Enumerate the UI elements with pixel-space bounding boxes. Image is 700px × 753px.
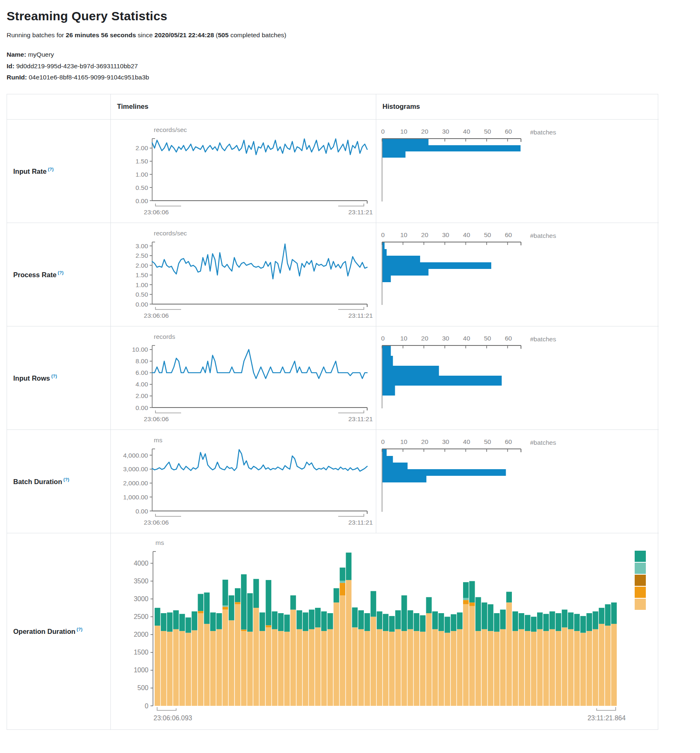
svg-text:0.50: 0.50: [136, 184, 148, 191]
svg-text:0.00: 0.00: [136, 197, 148, 204]
svg-text:4.00: 4.00: [136, 381, 148, 388]
page-title: Streaming Query Statistics: [7, 9, 693, 23]
svg-text:20: 20: [421, 438, 429, 445]
svg-text:ms: ms: [155, 539, 164, 546]
svg-text:2.00: 2.00: [136, 261, 148, 269]
svg-text:2500: 2500: [134, 613, 148, 620]
svg-text:23:11:21: 23:11:21: [348, 519, 373, 526]
svg-text:ms: ms: [154, 436, 162, 444]
svg-text:3.00: 3.00: [136, 242, 148, 249]
name-value: myQuery: [28, 51, 54, 58]
query-id-line: Id: 9d0dd219-995d-423e-b97d-36931110bb27: [7, 60, 693, 72]
svg-text:2000: 2000: [134, 631, 148, 638]
svg-text:0: 0: [381, 335, 385, 342]
svg-text:2.50: 2.50: [136, 252, 148, 259]
svg-text:30: 30: [442, 128, 449, 135]
help-icon[interactable]: (?): [51, 374, 57, 379]
row-label-input-rows: Input Rows(?): [7, 326, 110, 429]
running-text: completed batches): [229, 31, 287, 38]
query-name-line: Name: myQuery: [7, 49, 693, 60]
operation-duration-legend: [635, 551, 646, 611]
running-text: (: [214, 31, 218, 38]
timeline-line-chart: records/sec3.002.502.001.501.000.500.002…: [111, 223, 375, 326]
histogram-bar-chart: #batches0102030405060: [376, 223, 658, 326]
histograms-header: Histograms: [376, 94, 659, 119]
svg-text:3,000.00: 3,000.00: [123, 465, 148, 472]
timeline-line-chart: records/sec2.001.501.000.500.0023:06:062…: [111, 120, 375, 222]
batch-duration-histogram: #batches0102030405060: [376, 429, 659, 533]
completed-batches-count: 505: [218, 31, 229, 38]
svg-text:20: 20: [421, 335, 429, 342]
svg-text:1,000.00: 1,000.00: [123, 493, 148, 500]
histograms-header-label: Histograms: [382, 103, 420, 110]
svg-text:23:06:06: 23:06:06: [144, 519, 169, 526]
histogram-bar-chart: #batches0102030405060: [376, 120, 658, 222]
svg-text:60: 60: [505, 231, 512, 238]
svg-text:23:06:06.093: 23:06:06.093: [153, 715, 192, 722]
row-label-input-rate: Input Rate(?): [7, 119, 110, 223]
svg-text:20: 20: [421, 128, 429, 135]
legend-swatch: [635, 599, 646, 610]
svg-text:30: 30: [442, 231, 449, 238]
svg-text:50: 50: [484, 231, 491, 238]
histogram-bar-chart: #batches0102030405060: [376, 326, 658, 429]
runid-label: RunId:: [7, 74, 27, 81]
help-icon[interactable]: (?): [63, 477, 69, 482]
svg-text:6.00: 6.00: [136, 369, 148, 376]
svg-text:0: 0: [381, 438, 385, 445]
svg-text:0.00: 0.00: [136, 404, 148, 411]
svg-text:30: 30: [442, 335, 449, 342]
svg-text:0.50: 0.50: [136, 291, 148, 298]
help-icon[interactable]: (?): [48, 167, 54, 172]
svg-text:30: 30: [442, 438, 449, 445]
legend-swatch: [635, 563, 646, 574]
id-label: Id:: [7, 62, 14, 70]
svg-text:50: 50: [484, 335, 491, 342]
row-label-text: Batch Duration: [13, 477, 62, 485]
input-rows-histogram: #batches0102030405060: [376, 326, 659, 429]
svg-text:1.00: 1.00: [136, 170, 148, 177]
svg-text:2,000.00: 2,000.00: [123, 480, 148, 487]
row-label-text: Process Rate: [13, 271, 57, 278]
svg-text:0: 0: [381, 128, 385, 135]
svg-text:23:11:21.864: 23:11:21.864: [588, 715, 626, 722]
help-icon[interactable]: (?): [58, 270, 64, 275]
running-text: since: [136, 31, 155, 38]
svg-text:0: 0: [145, 702, 148, 709]
svg-text:40: 40: [463, 335, 471, 342]
svg-text:2.00: 2.00: [136, 392, 148, 399]
input-rows-timeline: records10.008.006.004.002.000.0023:06:06…: [110, 326, 376, 429]
svg-text:23:06:06: 23:06:06: [144, 209, 169, 216]
name-label: Name:: [7, 51, 26, 58]
histogram-bar-chart: #batches0102030405060: [376, 430, 658, 532]
svg-text:40: 40: [463, 438, 471, 445]
legend-swatch: [635, 575, 646, 586]
row-label-text: Input Rate: [13, 167, 47, 175]
corner-header-cell: [7, 94, 110, 119]
svg-text:50: 50: [484, 438, 491, 445]
svg-text:40: 40: [463, 231, 471, 238]
svg-text:3500: 3500: [134, 577, 148, 584]
legend-swatch: [635, 587, 646, 598]
svg-text:500: 500: [137, 684, 148, 691]
svg-text:1.50: 1.50: [136, 158, 148, 165]
svg-text:23:06:06: 23:06:06: [144, 312, 169, 319]
svg-text:10: 10: [400, 128, 408, 135]
timelines-header-label: Timelines: [117, 103, 148, 110]
running-since: 2020/05/21 22:44:28: [155, 31, 214, 38]
svg-text:10: 10: [400, 335, 408, 342]
query-runid-line: RunId: 04e101e6-8bf8-4165-9099-9104c951b…: [7, 72, 693, 83]
svg-text:records: records: [154, 333, 175, 340]
timelines-header: Timelines: [110, 94, 376, 119]
svg-text:60: 60: [505, 335, 512, 342]
svg-text:#batches: #batches: [530, 439, 556, 446]
svg-text:8.00: 8.00: [136, 357, 148, 365]
svg-text:4,000.00: 4,000.00: [123, 451, 148, 458]
svg-text:#batches: #batches: [530, 232, 556, 239]
svg-text:1.50: 1.50: [136, 271, 148, 278]
stats-table: Timelines Histograms Input Rate(?) recor…: [7, 94, 658, 730]
svg-text:2.00: 2.00: [136, 144, 148, 151]
help-icon[interactable]: (?): [76, 627, 82, 632]
row-label-process-rate: Process Rate(?): [7, 223, 110, 326]
row-label-batch-duration: Batch Duration(?): [7, 429, 110, 533]
